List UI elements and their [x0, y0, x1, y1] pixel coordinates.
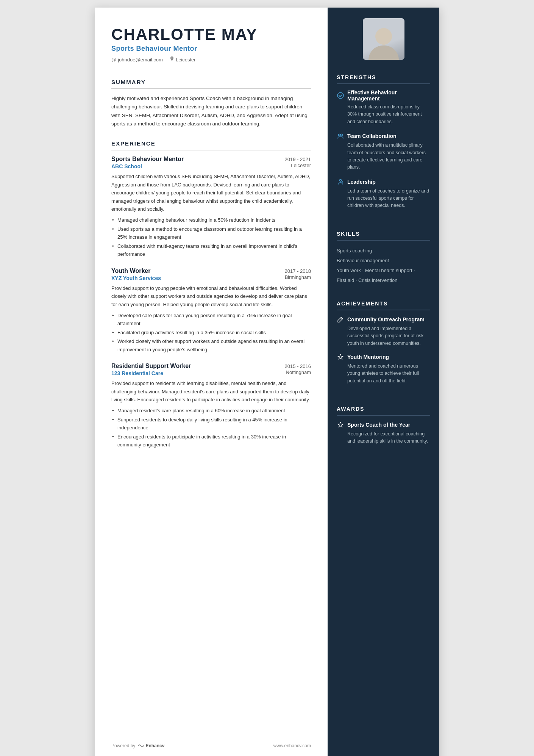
leadership-icon [337, 178, 344, 186]
summary-divider [111, 88, 311, 89]
exp-entry-1: Sports Behaviour Mentor 2019 - 2021 ABC … [111, 156, 311, 258]
location-contact: Leicester [170, 56, 196, 63]
exp-company-3: 123 Residential Care [111, 370, 163, 376]
photo-head [375, 28, 392, 45]
svg-point-2 [341, 134, 343, 136]
experience-divider [111, 150, 311, 150]
email-value: johndoe@email.com [118, 57, 163, 63]
resume-container: CHARLOTTE MAY Sports Behaviour Mentor @ … [95, 8, 439, 756]
exp-location-1: Leicester [291, 163, 311, 169]
pencil-icon [337, 316, 344, 323]
name-block: CHARLOTTE MAY Sports Behaviour Mentor @ … [111, 26, 311, 63]
strength-desc-0: Reduced classroom disruptions by 30% thr… [337, 103, 430, 125]
exp-location-2: Birmingham [285, 274, 311, 281]
svg-rect-0 [337, 92, 344, 99]
achievements-title: ACHIEVEMENTS [337, 301, 430, 307]
bullet-item: Managed resident's care plans resulting … [111, 407, 311, 415]
exp-sub-2: XYZ Youth Services Birmingham [111, 274, 311, 281]
skill-sep-2: · [361, 268, 365, 273]
job-title: Sports Behaviour Mentor [111, 45, 311, 53]
achievements-section: ACHIEVEMENTS Community Outreach Program … [328, 294, 439, 391]
exp-title-3: Residential Support Worker [111, 363, 191, 369]
exp-bullets-1: Managed challenging behaviour resulting … [111, 216, 311, 258]
strength-item-1: Team Collaboration Collaborated with a m… [337, 132, 430, 171]
bullet-item: Used sports as a method to encourage cla… [111, 225, 311, 241]
strength-header-1: Team Collaboration [337, 132, 430, 140]
exp-company-1: ABC School [111, 163, 142, 169]
email-contact: @ johndoe@email.com [111, 57, 163, 63]
svg-point-3 [340, 179, 342, 181]
exp-body-3: Provided support to residents with learn… [111, 379, 311, 404]
strength-header-2: Leadership [337, 178, 430, 186]
exp-sub-1: ABC School Leicester [111, 163, 311, 169]
skills-section: SKILLS Sports coaching · Behaviour manag… [328, 224, 439, 285]
summary-title: SUMMARY [111, 79, 311, 85]
brand-name: Enhancv [145, 743, 164, 748]
exp-header-3: Residential Support Worker 2015 - 2016 [111, 363, 311, 369]
strength-item-0: Effective Behaviour Management Reduced c… [337, 89, 430, 125]
bullet-item: Facilitated group activities resulting i… [111, 329, 311, 337]
svg-marker-5 [338, 422, 343, 427]
awards-divider [337, 415, 430, 416]
email-icon: @ [111, 57, 116, 63]
skill-0: Sports coaching [337, 248, 372, 254]
exp-bullets-3: Managed resident's care plans resulting … [111, 407, 311, 449]
contact-row: @ johndoe@email.com Leicester [111, 56, 311, 63]
achievement-header-1: Youth Mentoring [337, 353, 430, 361]
strengths-divider [337, 83, 430, 84]
strength-item-2: Leadership Led a team of coaches to orga… [337, 178, 430, 210]
award-label-0: Sports Coach of the Year [347, 422, 410, 428]
exp-title-1: Sports Behaviour Mentor [111, 156, 184, 163]
strength-desc-1: Collaborated with a multidisciplinary te… [337, 142, 430, 171]
achievement-header-0: Community Outreach Program [337, 316, 430, 323]
bullet-item: Worked closely with other support worker… [111, 337, 311, 354]
award-header-0: Sports Coach of the Year [337, 421, 430, 429]
award-desc-0: Recognized for exceptional coaching and … [337, 430, 430, 445]
skill-3: Mental health support [365, 268, 412, 273]
footer-brand: Powered by Enhancv [111, 743, 164, 748]
exp-header-1: Sports Behaviour Mentor 2019 - 2021 [111, 156, 311, 163]
bullet-item: Encouraged residents to participate in a… [111, 433, 311, 449]
exp-entry-3: Residential Support Worker 2015 - 2016 1… [111, 363, 311, 449]
footer-website: www.enhancv.com [273, 743, 311, 748]
skill-5: Crisis intervention [358, 277, 397, 283]
skill-1: Behaviour management [337, 258, 389, 263]
summary-section: SUMMARY Highly motivated and experienced… [111, 79, 311, 128]
exp-location-3: Nottingham [286, 369, 311, 376]
strength-label-0: Effective Behaviour Management [347, 89, 430, 102]
achievement-desc-1: Mentored and coached numerous young athl… [337, 363, 430, 385]
skills-list: Sports coaching · Behaviour management ·… [337, 246, 430, 285]
skill-sep-3: · [412, 268, 415, 273]
candidate-photo [363, 18, 404, 60]
skill-4: First aid [337, 277, 354, 283]
skill-2: Youth work [337, 268, 361, 273]
exp-dates-2: 2017 - 2018 [285, 268, 311, 274]
achievement-desc-0: Developed and implemented a successful s… [337, 325, 430, 347]
exp-body-2: Provided support to young people with em… [111, 284, 311, 308]
exp-dates-3: 2015 - 2016 [285, 363, 311, 369]
award-item-0: Sports Coach of the Year Recognized for … [337, 421, 430, 445]
star-icon [337, 353, 344, 361]
candidate-name: CHARLOTTE MAY [111, 26, 311, 43]
location-value: Leicester [176, 57, 196, 63]
awards-title: AWARDS [337, 406, 430, 412]
bullet-item: Managed challenging behaviour resulting … [111, 216, 311, 224]
exp-bullets-2: Developed care plans for each young pers… [111, 311, 311, 354]
bullet-item: Developed care plans for each young pers… [111, 311, 311, 328]
photo-placeholder [363, 18, 404, 60]
exp-sub-3: 123 Residential Care Nottingham [111, 369, 311, 376]
exp-company-2: XYZ Youth Services [111, 275, 161, 281]
skill-sep-4: · [354, 277, 358, 283]
svg-point-1 [339, 134, 340, 136]
footer: Powered by Enhancv www.enhancv.com [111, 734, 311, 748]
exp-entry-2: Youth Worker 2017 - 2018 XYZ Youth Servi… [111, 268, 311, 354]
bullet-item: Collaborated with multi-agency teams res… [111, 242, 311, 258]
strength-label-2: Leadership [347, 179, 376, 185]
achievement-item-1: Youth Mentoring Mentored and coached num… [337, 353, 430, 385]
skills-divider [337, 240, 430, 241]
achievement-label-0: Community Outreach Program [347, 316, 425, 322]
achievement-label-1: Youth Mentoring [347, 354, 389, 360]
strength-header-0: Effective Behaviour Management [337, 89, 430, 102]
skill-sep-1: · [389, 258, 392, 263]
bullet-item: Supported residents to develop daily liv… [111, 416, 311, 432]
